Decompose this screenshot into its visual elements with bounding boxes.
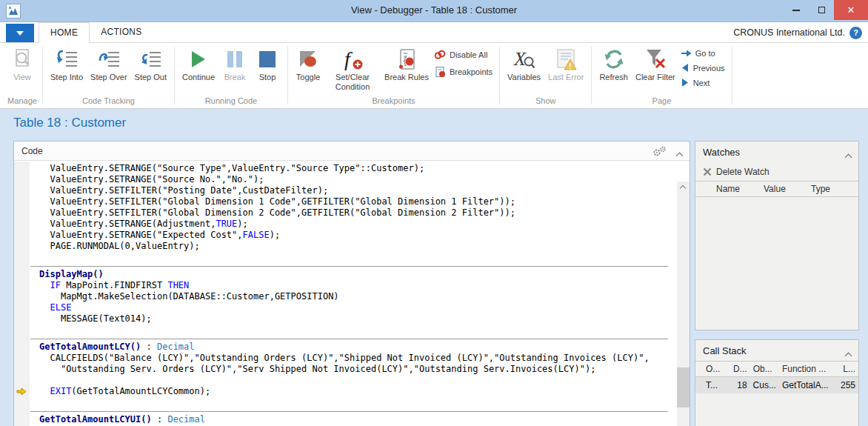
group-label-show: Show: [501, 96, 590, 108]
refresh-button[interactable]: Refresh: [595, 45, 632, 83]
goto-button[interactable]: Go to: [681, 49, 725, 58]
callstack-col-object-name[interactable]: Ob...: [747, 364, 776, 374]
code-line[interactable]: GetTotalAmountLCY() : Decimal: [14, 342, 677, 353]
ribbon-group-code-tracking: Step Into Step Over Step Out Code Tracki…: [44, 43, 173, 108]
stop-button[interactable]: Stop: [251, 45, 284, 83]
breakpoints-small-buttons: Disable All Breakpoints: [433, 45, 495, 78]
callstack-row[interactable]: T...18Cus...GetTotalA...255: [695, 377, 858, 393]
code-line[interactable]: [14, 252, 677, 263]
next-button[interactable]: Next: [681, 78, 725, 87]
code-token: TRUE: [216, 219, 237, 229]
maximize-button[interactable]: [809, 0, 834, 20]
company-area: CRONUS International Ltd. ?: [733, 22, 862, 43]
break-button[interactable]: Break: [218, 45, 251, 83]
code-token: GetTotalAmountLCYUI(): [39, 414, 152, 425]
last-error-icon: !: [555, 46, 577, 73]
titlebar: View - Debugger - Table 18 : Customer ✕: [0, 0, 868, 22]
code-line[interactable]: DisplayMap(): [14, 269, 677, 280]
callstack-col-function[interactable]: Function ...: [776, 364, 836, 374]
watches-panel: Watches Delete Watch Name Value Type: [695, 141, 859, 330]
break-rules-button[interactable]: { Break Rules: [381, 45, 433, 83]
code-line[interactable]: "Outstanding Serv. Orders (LCY)","Serv S…: [14, 364, 677, 375]
callstack-col-object-id[interactable]: D...: [730, 364, 747, 374]
delete-x-icon: [703, 167, 712, 176]
scrollbar-up-icon[interactable]: [680, 185, 686, 191]
condition-fx-icon: f: [341, 46, 364, 73]
group-label-breakpoints: Breakpoints: [289, 96, 498, 108]
code-line[interactable]: [14, 375, 677, 386]
callstack-cell: T...: [695, 380, 730, 390]
close-button[interactable]: ✕: [834, 0, 868, 20]
callstack-rows: T...18Cus...GetTotalA...255: [695, 377, 858, 393]
code-token: IF: [50, 280, 60, 290]
page-small-buttons: Go to Previous Next: [679, 45, 728, 87]
watches-col-name[interactable]: Name: [695, 184, 764, 194]
code-line[interactable]: [14, 325, 677, 336]
code-line[interactable]: ValueEntry.SETRANGE("Source Type",ValueE…: [14, 163, 677, 174]
code-line[interactable]: MESSAGE(Text014);: [14, 313, 677, 325]
group-divider: [499, 47, 500, 104]
code-token: EXIT: [50, 386, 71, 396]
code-token: :: [141, 342, 157, 352]
code-line[interactable]: PAGE.RUNMODAL(0,ValueEntry);: [14, 241, 677, 252]
code-vertical-scrollbar[interactable]: [677, 182, 690, 426]
breakpoints-button[interactable]: Breakpoints: [434, 66, 493, 78]
code-line[interactable]: ValueEntry.SETFILTER("Posting Date",Cust…: [14, 185, 677, 196]
code-line[interactable]: ELSE: [14, 302, 677, 313]
continue-button[interactable]: Continue: [178, 45, 218, 83]
callstack-panel: Call Stack O... D... Ob... Function ... …: [695, 339, 859, 426]
break-rules-icon: {: [396, 46, 417, 73]
code-line[interactable]: GetTotalAmountLCYUI() : Decimal: [14, 414, 677, 425]
code-line[interactable]: ValueEntry.SETRANGE(Adjustment,TRUE);: [14, 219, 677, 230]
code-line[interactable]: IF MapPoint.FINDFIRST THEN: [14, 280, 677, 291]
toggle-breakpoint-button[interactable]: Toggle: [292, 45, 324, 83]
delete-watch-button[interactable]: Delete Watch: [695, 162, 858, 181]
code-line[interactable]: ValueEntry.SETFILTER("Global Dimension 1…: [14, 196, 677, 207]
code-token: ValueEntry.SETRANGE("Source No.","No.");: [50, 174, 264, 184]
watches-col-type[interactable]: Type: [811, 184, 858, 194]
app-menu-button[interactable]: [6, 24, 34, 42]
callstack-collapse-chevron-icon[interactable]: [846, 348, 851, 362]
set-clear-condition-button[interactable]: f Set/Clear Condition: [324, 45, 381, 93]
code-lines: ValueEntry.SETRANGE("Source Type",ValueE…: [14, 163, 677, 426]
code-line[interactable]: MapMgt.MakeSelection(DATABASE::Customer,…: [14, 291, 677, 302]
callstack-title: Call Stack: [703, 345, 747, 356]
help-icon[interactable]: ?: [849, 27, 862, 39]
group-label-manage: Manage: [3, 96, 41, 108]
watches-collapse-chevron-icon[interactable]: [846, 150, 851, 163]
code-line[interactable]: ValueEntry.SETRANGE("Source No.","No.");: [14, 174, 677, 185]
previous-icon: [681, 63, 690, 73]
code-token: Decimal: [157, 342, 195, 352]
previous-button[interactable]: Previous: [681, 63, 725, 73]
clear-filter-button[interactable]: Clear Filter: [632, 45, 679, 83]
tab-actions[interactable]: ACTIONS: [90, 22, 153, 43]
watches-col-value[interactable]: Value: [764, 184, 811, 194]
callstack-col-line[interactable]: L...: [836, 364, 858, 374]
variables-button[interactable]: X Variables: [504, 45, 544, 83]
callstack-col-object-type[interactable]: O...: [695, 364, 730, 374]
code-line[interactable]: CALCFIELDS("Balance (LCY)","Outstanding …: [14, 353, 677, 364]
code-collapse-chevron-icon[interactable]: [677, 148, 682, 162]
step-over-button[interactable]: Step Over: [87, 45, 131, 83]
page-title: Table 18 : Customer: [13, 116, 126, 130]
code-line[interactable]: ValueEntry.SETRANGE("Expected Cost",FALS…: [14, 230, 677, 241]
group-label-code-tracking: Code Tracking: [44, 96, 173, 108]
stop-icon: [259, 46, 276, 73]
minimize-button[interactable]: [784, 0, 809, 20]
window-controls: ✕: [784, 0, 868, 20]
view-button[interactable]: View: [6, 45, 39, 83]
group-divider: [42, 47, 43, 104]
scrollbar-thumb[interactable]: [677, 367, 690, 407]
step-into-button[interactable]: Step Into: [47, 45, 87, 83]
tab-home[interactable]: HOME: [39, 22, 90, 44]
disable-all-button[interactable]: Disable All: [434, 49, 493, 61]
step-out-button[interactable]: Step Out: [131, 45, 170, 83]
gear-icon[interactable]: [652, 146, 667, 159]
code-line[interactable]: ValueEntry.SETFILTER("Global Dimension 2…: [14, 207, 677, 219]
code-token: GetTotalAmountLCY(): [39, 342, 141, 352]
code-line[interactable]: EXIT(GetTotalAmountLCYCommon);: [14, 386, 677, 397]
view-icon: [13, 46, 32, 73]
last-error-button[interactable]: ! Last Error: [544, 45, 587, 83]
ribbon-group-running-code: Continue Break Stop Running Code: [176, 43, 287, 108]
code-line[interactable]: [14, 397, 677, 408]
